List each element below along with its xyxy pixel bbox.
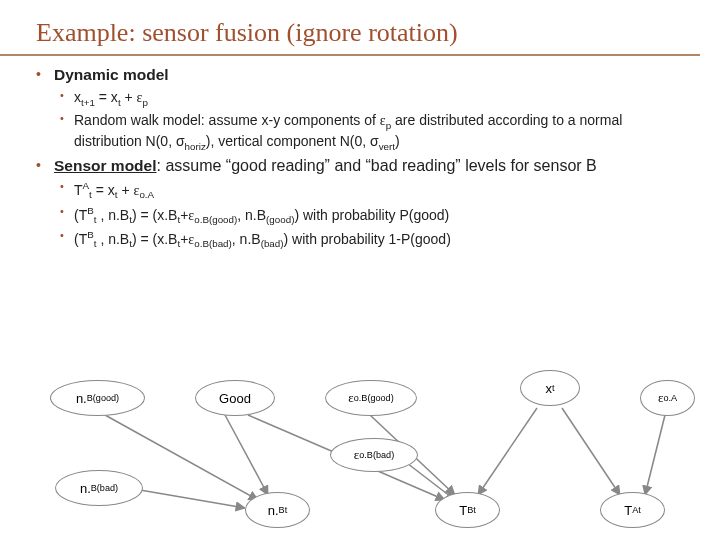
node-xt: xt (520, 370, 580, 406)
node-good: Good (195, 380, 275, 416)
svg-line-4 (478, 408, 537, 495)
dynamic-model-heading: Dynamic model (54, 66, 169, 83)
bayes-net-diagram: n.B(good) Good εo.B(good) xt εo.A n.B(ba… (0, 360, 720, 540)
bullet-random-walk: Random walk model: assume x-y components… (54, 111, 684, 153)
node-eps-ob-bad: εo.B(bad) (330, 438, 418, 472)
svg-line-6 (645, 415, 665, 495)
svg-line-8 (403, 460, 455, 500)
slide-title: Example: sensor fusion (ignore rotation) (0, 0, 700, 56)
node-eps-oa: εo.A (640, 380, 695, 416)
bullet-sen-ta: TAt = xt + εo.A (54, 179, 684, 202)
svg-line-7 (140, 490, 245, 508)
bullet-sen-bad: (TBt , n.Bt) = (x.Bt+εo.B(bad), n.B(bad)… (54, 228, 684, 251)
slide-body: Dynamic model xt+1 = xt + εp Random walk… (0, 66, 720, 251)
sensor-model-heading: Sensor model (54, 157, 157, 174)
node-n-b-bad: n.B(bad) (55, 470, 143, 506)
svg-line-1 (225, 415, 268, 495)
bullet-sensor-model: Sensor model: assume “good reading” and … (36, 157, 684, 251)
svg-line-5 (562, 408, 620, 495)
bullet-dyn-eq: xt+1 = xt + εp (54, 88, 684, 109)
node-tat: TAt (600, 492, 665, 528)
node-eps-ob-good: εo.B(good) (325, 380, 417, 416)
node-tbt: TBt (435, 492, 500, 528)
bullet-sen-good: (TBt , n.Bt) = (x.Bt+εo.B(good), n.B(goo… (54, 204, 684, 227)
node-n-bt: n.Bt (245, 492, 310, 528)
node-n-b-good: n.B(good) (50, 380, 145, 416)
bullet-dynamic-model: Dynamic model xt+1 = xt + εp Random walk… (36, 66, 684, 153)
